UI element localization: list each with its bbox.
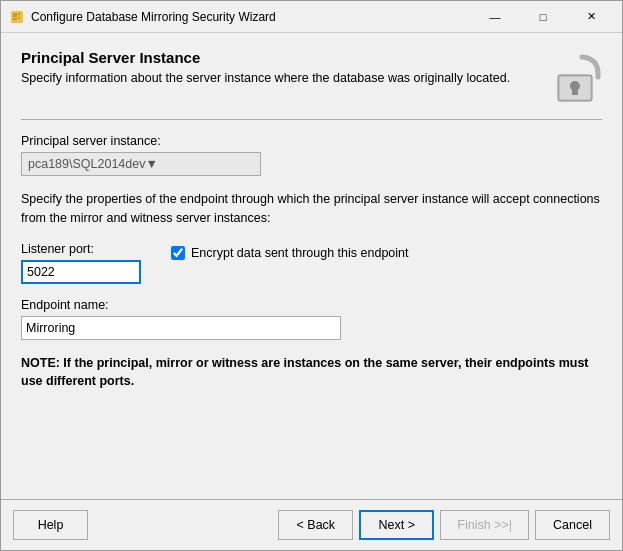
principal-label-text: Principal server instance: (21, 134, 161, 148)
principal-dropdown[interactable]: pca189\SQL2014dev ▼ (21, 152, 261, 176)
page-title: Principal Server Instance (21, 49, 544, 66)
divider (21, 119, 602, 120)
listener-label: Listener port: (21, 242, 141, 256)
endpoint-name-input[interactable] (21, 316, 341, 340)
encrypt-checkbox[interactable] (171, 246, 185, 260)
listener-port-input[interactable] (21, 260, 141, 284)
cancel-button[interactable]: Cancel (535, 510, 610, 540)
encrypt-label-text: Encrypt data sent through this endpoint (191, 246, 409, 260)
svg-rect-1 (13, 13, 17, 17)
header-section: Principal Server Instance Specify inform… (21, 49, 602, 105)
close-button[interactable]: ✕ (568, 4, 614, 30)
window-title: Configure Database Mirroring Security Wi… (31, 10, 472, 24)
note-text: NOTE: If the principal, mirror or witnes… (21, 354, 602, 392)
form-section: Principal server instance: pca189\SQL201… (21, 134, 602, 489)
endpoint-description: Specify the properties of the endpoint t… (21, 190, 602, 228)
titlebar: Configure Database Mirroring Security Wi… (1, 1, 622, 33)
principal-value: pca189\SQL2014dev (28, 157, 145, 171)
minimize-button[interactable]: — (472, 4, 518, 30)
next-button[interactable]: Next > (359, 510, 434, 540)
footer: Help < Back Next > Finish >>| Cancel (1, 499, 622, 550)
maximize-button[interactable]: □ (520, 4, 566, 30)
endpoint-label: Endpoint name: (21, 298, 602, 312)
content-area: Principal Server Instance Specify inform… (1, 33, 622, 499)
window-controls: — □ ✕ (472, 4, 614, 30)
encrypt-col: Encrypt data sent through this endpoint (171, 242, 409, 260)
listener-col: Listener port: (21, 242, 141, 284)
encrypt-checkbox-label[interactable]: Encrypt data sent through this endpoint (171, 246, 409, 260)
help-button[interactable]: Help (13, 510, 88, 540)
two-column-row: Listener port: Encrypt data sent through… (21, 242, 602, 284)
header-text: Principal Server Instance Specify inform… (21, 49, 544, 88)
svg-rect-8 (572, 87, 578, 95)
principal-label: Principal server instance: (21, 134, 602, 148)
svg-rect-4 (13, 18, 17, 20)
wizard-icon (9, 9, 25, 25)
svg-rect-3 (18, 17, 20, 19)
svg-rect-2 (18, 13, 20, 15)
finish-button: Finish >>| (440, 510, 529, 540)
window: Configure Database Mirroring Security Wi… (0, 0, 623, 551)
lock-icon (554, 49, 602, 105)
dropdown-arrow-icon: ▼ (145, 157, 254, 171)
back-button[interactable]: < Back (278, 510, 353, 540)
page-description: Specify information about the server ins… (21, 70, 544, 88)
